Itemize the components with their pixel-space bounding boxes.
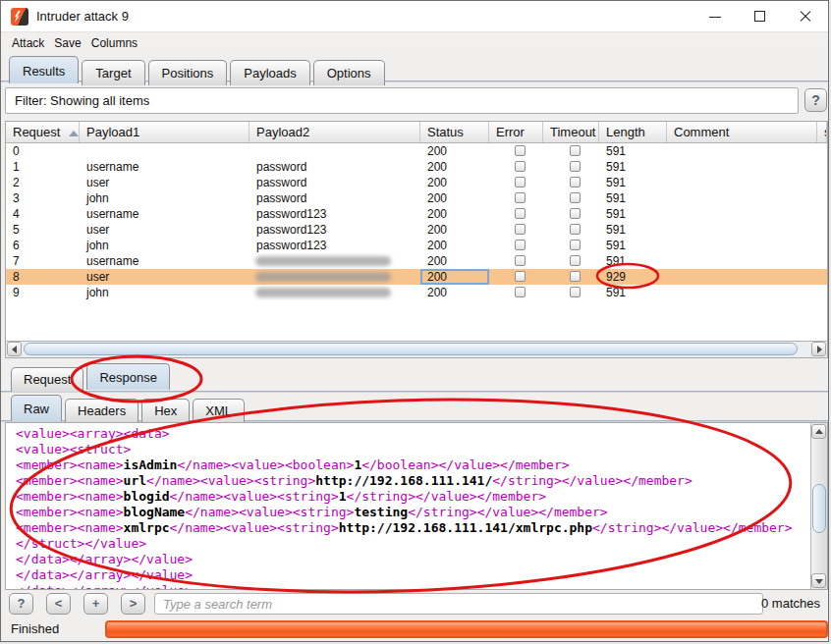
- extra-cell: [817, 190, 827, 206]
- timeout-checkbox[interactable]: [570, 145, 581, 156]
- xml-value: url: [124, 473, 146, 488]
- response-line: <member><name>url</name><value><string>h…: [16, 473, 807, 489]
- timeout-checkbox[interactable]: [570, 177, 581, 188]
- payload2-cell: password123: [249, 238, 420, 253]
- payload1-cell: username: [80, 253, 249, 269]
- search-help-button[interactable]: ?: [9, 593, 33, 615]
- payload2-cell: password123: [249, 206, 420, 222]
- next-match-button[interactable]: >: [121, 593, 145, 615]
- tab-response[interactable]: Response: [86, 363, 170, 390]
- tab-xml[interactable]: XML: [193, 399, 245, 423]
- filter-help-button[interactable]: ?: [804, 88, 827, 112]
- scroll-left-button[interactable]: [7, 342, 22, 356]
- timeout-checkbox[interactable]: [570, 240, 581, 250]
- xml-tag: </name><value><string>: [185, 505, 354, 519]
- error-checkbox[interactable]: [515, 161, 526, 172]
- tab-results[interactable]: Results: [9, 56, 79, 83]
- close-button[interactable]: [783, 1, 828, 31]
- search-input[interactable]: [154, 593, 763, 615]
- column-header-timeout[interactable]: Timeout: [543, 122, 599, 142]
- table-row-request-7[interactable]: 7username200591: [6, 253, 827, 269]
- table-row-request-1[interactable]: 1usernamepassword200591: [6, 159, 827, 175]
- scroll-down-button[interactable]: [811, 573, 826, 588]
- error-checkbox[interactable]: [515, 271, 526, 282]
- menu-item-save[interactable]: Save: [49, 34, 85, 52]
- menu-item-columns[interactable]: Columns: [86, 34, 142, 52]
- timeout-cell: [543, 238, 599, 253]
- timeout-checkbox[interactable]: [570, 208, 581, 219]
- tab-target[interactable]: Target: [82, 60, 144, 85]
- timeout-checkbox[interactable]: [570, 287, 581, 297]
- table-row-request-8[interactable]: 8user200929: [6, 269, 827, 285]
- error-checkbox[interactable]: [515, 255, 526, 266]
- table-row-request-3[interactable]: 3johnpassword200591: [6, 190, 827, 206]
- menu-item-attack[interactable]: Attack: [7, 34, 49, 52]
- highlight-button[interactable]: +: [83, 593, 108, 615]
- timeout-checkbox[interactable]: [570, 224, 581, 235]
- xml-tag: </string></value></member>: [492, 473, 692, 488]
- minimize-button[interactable]: [692, 1, 738, 31]
- payload2-cell: [249, 253, 420, 269]
- xml-tag: </string></value></member>: [592, 520, 793, 535]
- table-body: 02005911usernamepassword2005912userpassw…: [6, 143, 827, 341]
- column-header-request[interactable]: Request: [6, 122, 80, 142]
- tab-hex[interactable]: Hex: [141, 399, 190, 423]
- maximize-icon: [754, 11, 765, 22]
- tab-positions[interactable]: Positions: [148, 60, 228, 85]
- tab-options[interactable]: Options: [313, 60, 385, 85]
- timeout-checkbox[interactable]: [570, 161, 581, 172]
- response-body-panel[interactable]: <value><array><data><value><struct><memb…: [5, 422, 828, 590]
- timeout-checkbox[interactable]: [570, 255, 581, 266]
- column-header-status[interactable]: Status: [420, 122, 489, 142]
- xml-value: xmlrpc: [124, 520, 170, 535]
- previous-match-button[interactable]: <: [46, 593, 71, 615]
- length-cell: 591: [599, 253, 667, 269]
- timeout-cell: [543, 175, 599, 190]
- column-header-payload2[interactable]: Payload2: [249, 122, 420, 142]
- timeout-checkbox[interactable]: [570, 271, 581, 282]
- xml-tag: </name><value><string>: [170, 489, 339, 504]
- vertical-scrollbar[interactable]: [810, 423, 827, 589]
- tab-payloads[interactable]: Payloads: [230, 60, 309, 85]
- xml-tag: <member><name>: [16, 473, 124, 488]
- xml-tag: </name><value><boolean>: [177, 457, 354, 472]
- error-checkbox[interactable]: [515, 145, 526, 156]
- tab-headers[interactable]: Headers: [65, 399, 138, 423]
- xml-tag: </string></value></member>: [347, 489, 547, 504]
- column-header-error[interactable]: Error: [489, 122, 543, 142]
- scroll-right-button[interactable]: [811, 342, 826, 356]
- table-row-request-9[interactable]: 9john200591: [6, 285, 827, 300]
- timeout-checkbox[interactable]: [570, 192, 581, 203]
- table-row-request-5[interactable]: 5userpassword123200591: [6, 222, 827, 238]
- response-line: </data></array></value>: [16, 567, 807, 583]
- horizontal-scrollbar-thumb[interactable]: [24, 343, 798, 355]
- table-row-request-6[interactable]: 6johnpassword123200591: [6, 238, 827, 253]
- length-cell: 591: [599, 159, 667, 175]
- table-row-request-4[interactable]: 4usernamepassword123200591: [6, 206, 827, 222]
- filter-bar[interactable]: Filter: Showing all items: [5, 87, 799, 114]
- vertical-scrollbar-thumb[interactable]: [812, 484, 826, 533]
- arrow-left-icon: [12, 346, 17, 353]
- tab-raw[interactable]: Raw: [11, 395, 62, 421]
- response-line: </data></array></value>: [16, 552, 807, 567]
- error-checkbox[interactable]: [515, 224, 526, 235]
- error-checkbox[interactable]: [515, 240, 526, 250]
- xml-value: 1: [339, 489, 347, 504]
- error-checkbox[interactable]: [515, 287, 526, 297]
- error-cell: [489, 206, 543, 222]
- column-header-payload1[interactable]: Payload1: [80, 122, 249, 142]
- comment-cell: [667, 206, 817, 222]
- maximize-button[interactable]: [738, 1, 783, 31]
- table-row-request-0[interactable]: 0200591: [6, 143, 827, 159]
- horizontal-scrollbar[interactable]: [6, 341, 827, 357]
- error-checkbox[interactable]: [515, 208, 526, 219]
- error-checkbox[interactable]: [515, 177, 526, 188]
- column-header-comment[interactable]: Comment: [667, 122, 817, 142]
- comment-cell: [667, 190, 817, 206]
- scroll-up-button[interactable]: [811, 424, 826, 439]
- table-row-request-2[interactable]: 2userpassword200591: [6, 175, 827, 190]
- column-header-length[interactable]: Length: [599, 122, 667, 142]
- tab-request[interactable]: Request: [11, 367, 83, 392]
- error-checkbox[interactable]: [515, 192, 526, 203]
- column-header-s[interactable]: s: [817, 122, 827, 142]
